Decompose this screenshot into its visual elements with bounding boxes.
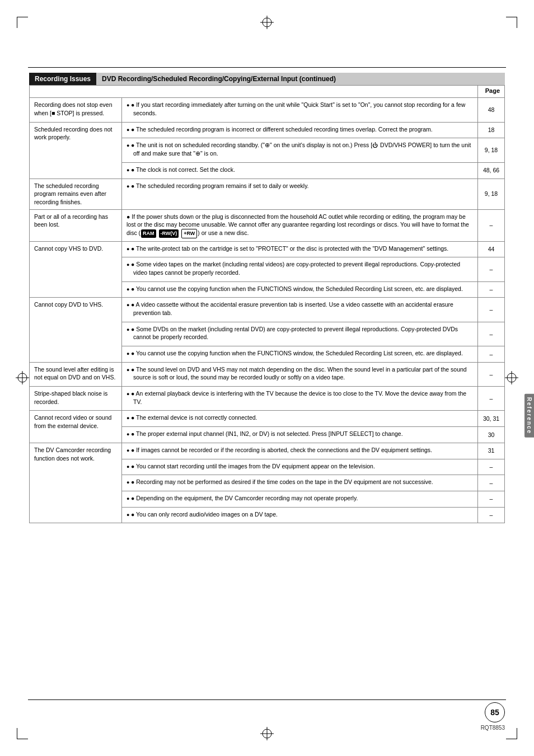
crosshair-right [505, 371, 518, 386]
crosshair-top [260, 16, 274, 29]
h-line-top [28, 67, 506, 68]
page-number-circle: 85 [485, 702, 505, 722]
cause-cell: ● The write-protect tab on the cartridge… [122, 241, 478, 257]
page-container: Recording Issues DVD Recording/Scheduled… [0, 0, 534, 756]
corner-mark-br [506, 728, 517, 739]
crosshair-left [16, 371, 29, 386]
issues-table: Page Recording does not stop even when [… [29, 85, 505, 523]
corner-mark-tr [506, 17, 517, 28]
cause-cell: ● The unit is not on scheduled recording… [122, 138, 478, 162]
issue-cell: Recording does not stop even when [■ STO… [30, 98, 122, 122]
col-issue-header [30, 86, 122, 98]
cause-cell: ● The scheduled recording program is inc… [122, 122, 478, 138]
issue-cell: The scheduled recording program remains … [30, 179, 122, 209]
page-cell: 30, 31 [478, 411, 505, 427]
cause-cell: ● If the power shuts down or the plug is… [122, 209, 478, 241]
cause-cell: ● If you start recording immediately aft… [122, 98, 478, 122]
page-cell: 30 [478, 427, 505, 443]
cause-cell: ● The sound level on DVD and VHS may not… [122, 362, 478, 386]
table-row: Cannot copy VHS to DVD.● The write-prote… [30, 241, 505, 257]
page-cell: – [478, 362, 505, 386]
page-cell: – [478, 322, 505, 346]
page-cell: – [478, 475, 505, 491]
cause-cell: ● The scheduled recording program remain… [122, 179, 478, 209]
crosshair-bottom [260, 727, 274, 740]
issue-cell: Part or all of a recording has been lost… [30, 209, 122, 241]
page-cell: – [478, 298, 505, 322]
table-row: Recording does not stop even when [■ STO… [30, 98, 505, 122]
cause-cell: ● The proper external input channel (IN1… [122, 427, 478, 443]
cause-cell: ● An external playback device is interfe… [122, 387, 478, 411]
table-row: The scheduled recording program remains … [30, 179, 505, 209]
table-row: The sound level after editing is not equ… [30, 362, 505, 386]
page-cell: – [478, 346, 505, 363]
page-cell: – [478, 209, 505, 241]
cause-cell: ● The clock is not correct. Set the cloc… [122, 162, 478, 179]
page-cell: – [478, 507, 505, 523]
issue-cell: Scheduled recording does not work proper… [30, 122, 122, 179]
cause-cell: ● The external device is not correctly c… [122, 411, 478, 427]
page-cell: – [478, 491, 505, 507]
issue-cell: Cannot copy VHS to DVD. [30, 241, 122, 298]
cause-cell: ● Depending on the equipment, the DV Cam… [122, 491, 478, 507]
issue-cell: The sound level after editing is not equ… [30, 362, 122, 386]
page-cell: – [478, 281, 505, 298]
page-cell: 48, 66 [478, 162, 505, 179]
page-cell: 18 [478, 122, 505, 138]
cause-cell: ● You cannot use the copying function wh… [122, 346, 478, 363]
reference-tab: Reference [524, 394, 534, 438]
page-cell: – [478, 459, 505, 475]
main-content: Recording Issues DVD Recording/Scheduled… [29, 73, 505, 694]
table-row: Cannot copy DVD to VHS.● A video cassett… [30, 298, 505, 322]
corner-mark-bl [17, 728, 28, 739]
cause-cell: ● If images cannot be recorded or if the… [122, 443, 478, 459]
page-cell: 9, 18 [478, 179, 505, 209]
col-page-header: Page [478, 86, 505, 98]
header-row: Recording Issues DVD Recording/Scheduled… [29, 73, 505, 85]
table-row: Stripe-shaped black noise is recorded.● … [30, 387, 505, 411]
page-number-container: 85 [485, 702, 505, 722]
cause-cell: ● A video cassette without the accidenta… [122, 298, 478, 322]
issue-cell: The DV Camcorder recording function does… [30, 443, 122, 523]
table-header-row: Page [30, 86, 505, 98]
cause-cell: ● You cannot use the copying function wh… [122, 281, 478, 298]
page-cell: – [478, 257, 505, 281]
cause-cell: ● Some video tapes on the market (includ… [122, 257, 478, 281]
cause-cell: ● Recording may not be performed as desi… [122, 475, 478, 491]
cause-cell: ● Some DVDs on the market (including ren… [122, 322, 478, 346]
table-row: Scheduled recording does not work proper… [30, 122, 505, 138]
issue-cell: Cannot copy DVD to VHS. [30, 298, 122, 362]
issue-cell: Cannot record video or sound from the ex… [30, 411, 122, 443]
table-row: Cannot record video or sound from the ex… [30, 411, 505, 427]
page-cell: 31 [478, 443, 505, 459]
header-label: Recording Issues [29, 73, 96, 85]
corner-mark-tl [17, 17, 28, 28]
cause-cell: ● You can only record audio/video images… [122, 507, 478, 523]
page-cell: – [478, 387, 505, 411]
table-row: The DV Camcorder recording function does… [30, 443, 505, 459]
page-cell: 44 [478, 241, 505, 257]
issue-cell: Stripe-shaped black noise is recorded. [30, 387, 122, 411]
h-line-bottom [28, 699, 506, 700]
page-cell: 48 [478, 98, 505, 122]
cause-cell: ● You cannot start recording until the i… [122, 459, 478, 475]
page-cell: 9, 18 [478, 138, 505, 162]
table-row: Part or all of a recording has been lost… [30, 209, 505, 241]
header-title: DVD Recording/Scheduled Recording/Copyin… [96, 73, 505, 85]
model-number: RQT8853 [481, 725, 505, 731]
col-cause-header [122, 86, 478, 98]
